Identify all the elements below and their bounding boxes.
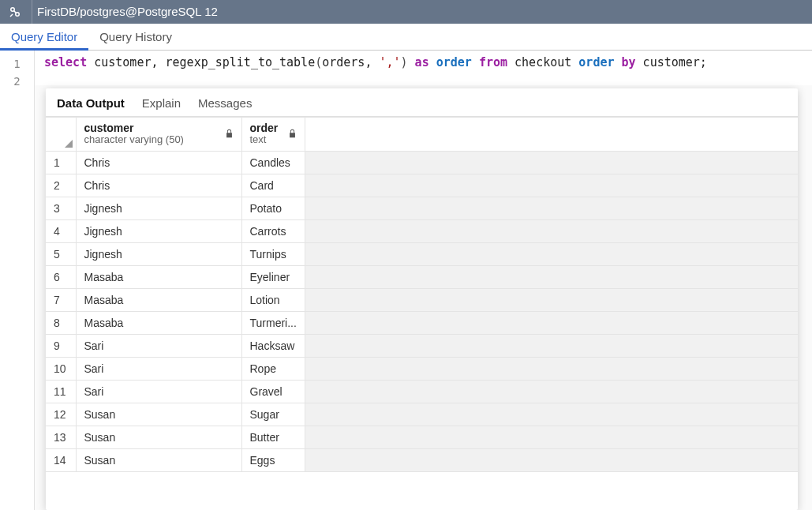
- table-row[interactable]: 2ChrisCard: [46, 174, 798, 197]
- cell-customer[interactable]: Sari: [76, 380, 241, 403]
- lock-icon: [288, 128, 297, 141]
- tab-label: Query History: [99, 30, 172, 43]
- output-tabs: Data Output Explain Messages: [46, 88, 798, 116]
- cell-customer[interactable]: Jignesh: [76, 197, 241, 219]
- table-row[interactable]: 7MasabaLotion: [46, 288, 798, 311]
- cell-filler: [305, 197, 798, 219]
- column-header-order[interactable]: order text: [241, 118, 305, 152]
- result-table: customer character varying (50): [46, 117, 798, 472]
- cell-customer[interactable]: Masaba: [76, 265, 241, 288]
- cell-customer[interactable]: Sari: [76, 357, 241, 380]
- row-number: 6: [46, 265, 76, 288]
- cell-order[interactable]: Rope: [241, 357, 305, 380]
- cell-order[interactable]: Carrots: [241, 219, 305, 242]
- cell-order[interactable]: Lotion: [241, 288, 305, 311]
- tab-query-editor[interactable]: Query Editor: [0, 24, 88, 50]
- table-row[interactable]: 14SusanEggs: [46, 448, 798, 471]
- sql-token: as: [408, 55, 429, 69]
- main-tabs: Query Editor Query History: [0, 24, 812, 51]
- titlebar: FirstDB/postgres@PostgreSQL 12: [0, 0, 812, 24]
- cell-filler: [305, 151, 798, 174]
- table-row[interactable]: 13SusanButter: [46, 426, 798, 448]
- sql-token: (: [315, 55, 322, 69]
- cell-customer[interactable]: Jignesh: [76, 219, 241, 242]
- cell-customer[interactable]: Sari: [76, 334, 241, 357]
- output-tab-data[interactable]: Data Output: [57, 96, 125, 110]
- row-number: 7: [46, 288, 76, 311]
- row-number: 5: [46, 242, 76, 265]
- cell-customer[interactable]: Jignesh: [76, 242, 241, 265]
- cell-order[interactable]: Potato: [241, 197, 305, 219]
- column-name: customer: [84, 122, 184, 134]
- column-type: text: [250, 134, 279, 145]
- query-tool-icon: [5, 2, 25, 21]
- table-row[interactable]: 12SusanSugar: [46, 403, 798, 426]
- cell-filler: [305, 380, 798, 403]
- sql-token: checkout: [507, 55, 578, 69]
- row-number: 2: [46, 174, 76, 197]
- table-row[interactable]: 1ChrisCandles: [46, 151, 798, 174]
- cell-order[interactable]: Candles: [241, 151, 305, 174]
- output-tab-label: Data Output: [57, 96, 125, 110]
- sql-token: order: [578, 55, 614, 69]
- result-grid[interactable]: customer character varying (50): [46, 116, 798, 510]
- cell-order[interactable]: Butter: [241, 426, 305, 448]
- table-row[interactable]: 4JigneshCarrots: [46, 219, 798, 242]
- cell-customer[interactable]: Chris: [76, 151, 241, 174]
- cell-order[interactable]: Card: [241, 174, 305, 197]
- cell-filler: [305, 403, 798, 426]
- cell-filler: [305, 357, 798, 380]
- cell-customer[interactable]: Chris: [76, 174, 241, 197]
- cell-order[interactable]: Hacksaw: [241, 334, 305, 357]
- row-number: 14: [46, 448, 76, 471]
- table-row[interactable]: 5JigneshTurnips: [46, 242, 798, 265]
- cell-filler: [305, 448, 798, 471]
- cell-order[interactable]: Turmeri...: [241, 311, 305, 334]
- cell-filler: [305, 426, 798, 448]
- cell-order[interactable]: Eggs: [241, 448, 305, 471]
- cell-customer[interactable]: Susan: [76, 403, 241, 426]
- row-number: 12: [46, 403, 76, 426]
- cell-customer[interactable]: Masaba: [76, 288, 241, 311]
- row-number: 13: [46, 426, 76, 448]
- workspace: 1 2 select customer, regexp_split_to_tab…: [0, 51, 812, 510]
- row-number: 9: [46, 334, 76, 357]
- output-panel: Data Output Explain Messages custom: [46, 88, 798, 510]
- tab-query-history[interactable]: Query History: [88, 24, 183, 50]
- table-row[interactable]: 10SariRope: [46, 357, 798, 380]
- sql-token: regexp_split_to_table: [159, 55, 316, 69]
- row-number: 10: [46, 357, 76, 380]
- grid-corner[interactable]: [46, 118, 76, 152]
- output-tab-label: Messages: [198, 96, 252, 110]
- cell-order[interactable]: Sugar: [241, 403, 305, 426]
- cell-customer[interactable]: Susan: [76, 448, 241, 471]
- output-tab-messages[interactable]: Messages: [198, 96, 252, 110]
- cell-filler: [305, 265, 798, 288]
- table-row[interactable]: 8MasabaTurmeri...: [46, 311, 798, 334]
- row-number: 11: [46, 380, 76, 403]
- cell-customer[interactable]: Susan: [76, 426, 241, 448]
- table-row[interactable]: 9SariHacksaw: [46, 334, 798, 357]
- tab-label: Query Editor: [11, 30, 77, 43]
- sql-token: by: [615, 55, 636, 69]
- cell-filler: [305, 311, 798, 334]
- table-row[interactable]: 6MasabaEyeliner: [46, 265, 798, 288]
- line-number: 1: [0, 55, 34, 73]
- column-header-customer[interactable]: customer character varying (50): [76, 118, 241, 152]
- sql-editor[interactable]: select customer, regexp_split_to_table(o…: [35, 51, 812, 85]
- cell-filler: [305, 242, 798, 265]
- table-row[interactable]: 11SariGravel: [46, 380, 798, 403]
- table-row[interactable]: 3JigneshPotato: [46, 197, 798, 219]
- column-type: character varying (50): [84, 134, 184, 145]
- column-filler: [305, 118, 798, 152]
- cell-order[interactable]: Eyeliner: [241, 265, 305, 288]
- cell-customer[interactable]: Masaba: [76, 311, 241, 334]
- editor-gutter: 1 2: [0, 51, 35, 510]
- cell-order[interactable]: Gravel: [241, 380, 305, 403]
- cell-order[interactable]: Turnips: [241, 242, 305, 265]
- lock-icon: [225, 128, 234, 141]
- sql-token: select: [44, 55, 87, 69]
- cell-filler: [305, 334, 798, 357]
- output-tab-explain[interactable]: Explain: [142, 96, 181, 110]
- sql-token: ,: [151, 55, 158, 69]
